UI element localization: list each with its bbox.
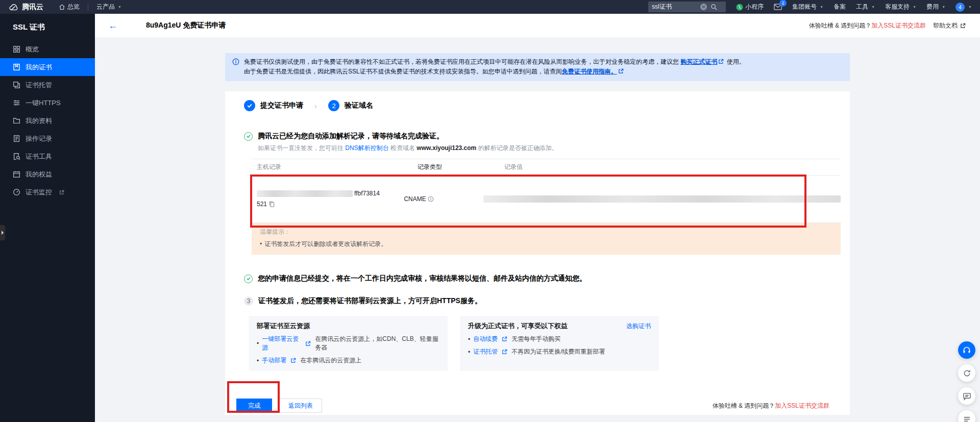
join-ssl-group-link[interactable]: 加入SSL证书交流群: [775, 402, 829, 409]
back-to-list-button[interactable]: 返回列表: [279, 399, 322, 413]
subtext: 的解析记录是否被正确添加。: [476, 144, 557, 152]
sidebar-item-one-click-https[interactable]: 一键HTTPS: [0, 94, 95, 112]
menu-group-account[interactable]: 集团账号 ▼: [792, 3, 823, 11]
sidebar-item-my-profile[interactable]: 我的资料: [0, 112, 95, 130]
step-1: 提交证书申请: [244, 100, 303, 111]
sidebar-item-overview[interactable]: 概览: [0, 40, 95, 58]
headset-icon: [962, 345, 971, 355]
step-indicator: 提交证书申请 › 2 验证域名: [225, 91, 850, 111]
search-input[interactable]: [652, 4, 700, 11]
nav-products[interactable]: 云产品 ▼: [96, 3, 121, 11]
dns-console-link[interactable]: DNS解析控制台: [345, 144, 388, 152]
sliders-icon: [13, 99, 20, 107]
bullet: •: [468, 336, 470, 343]
avatar: 4: [955, 3, 965, 12]
bullet: •: [257, 340, 259, 347]
menu-billing[interactable]: 费用 ▼: [926, 3, 945, 11]
cert-hosting-link[interactable]: 证书托管: [473, 347, 498, 356]
external-link-icon: [718, 59, 724, 64]
upgrade-item-desc: 不再因为证书更换/续费而重新部署: [511, 347, 605, 356]
nav-overview[interactable]: 总览: [59, 3, 80, 11]
help-doc-label: 帮助文档: [933, 21, 958, 30]
one-click-deploy-link[interactable]: 一键部署云资源: [262, 335, 301, 352]
buy-cert-link[interactable]: 选购证书: [626, 322, 651, 331]
manual-deploy-link[interactable]: 手动部署: [262, 356, 286, 365]
bullet: •: [260, 240, 262, 247]
join-ssl-group-link[interactable]: 加入SSL证书交流群: [871, 21, 926, 30]
step-2-label: 验证域名: [345, 101, 373, 110]
menu-label: 备案: [834, 3, 846, 11]
feedback-text: 体验吐槽 & 遇到问题？: [713, 402, 775, 409]
survey-button[interactable]: [958, 410, 975, 422]
docs-button[interactable]: [958, 387, 975, 405]
feedback-button[interactable]: [958, 364, 975, 382]
back-button[interactable]: ←: [108, 21, 117, 30]
host-record-line-2: 521: [257, 199, 404, 210]
subtext: 如果证书一直没签发，您可前往: [258, 144, 345, 152]
mini-program-menu[interactable]: 小程序: [736, 3, 764, 11]
external-link-icon: [502, 349, 507, 355]
floating-toolbar: [958, 341, 975, 422]
deploy-step-text: 证书签发后，您还需要将证书部署到云资源上，方可开启HTTPS服务。: [258, 296, 482, 306]
sidebar-title: SSL 证书: [0, 14, 95, 40]
copy-icon[interactable]: [269, 201, 275, 207]
free-cert-guide-link[interactable]: 免费证书使用指南。: [562, 68, 617, 75]
host-record-line-1: ffbf73814: [257, 188, 404, 199]
banner-line-1: 免费证书仅供测试使用，由于免费证书的兼容性不如正式证书，若将免费证书应用在正式项…: [244, 57, 745, 67]
document-search-icon: [13, 153, 20, 160]
sidebar: SSL 证书 概览 我的证书 证书托管 一键HTTPS: [0, 14, 95, 422]
col-header-host: 主机记录: [252, 163, 418, 171]
tencent-cloud-logo[interactable]: 腾讯云: [9, 3, 43, 12]
sidebar-item-cert-hosting[interactable]: 证书托管: [0, 76, 95, 94]
upgrade-card: 升级为正式证书，可享受以下权益 选购证书 • 自动续费 无需每年手动购买 • 证…: [460, 316, 659, 371]
menu-icp[interactable]: 备案: [834, 3, 846, 11]
help-doc-link[interactable]: 帮助文档: [933, 21, 967, 30]
verify-title: 腾讯云已经为您自动添加解析记录，请等待域名完成验证。: [258, 132, 444, 141]
sidebar-collapse-handle[interactable]: [0, 225, 5, 240]
sidebar-item-label: 证书监控: [26, 188, 52, 197]
sidebar-item-my-benefits[interactable]: 我的权益: [0, 165, 95, 183]
deploy-card: 部署证书至云资源 • 一键部署云资源 在腾讯云的云资源上，如CDN、CLB、轻量…: [249, 316, 448, 371]
divider: [88, 4, 88, 10]
sidebar-item-cert-tools[interactable]: 证书工具: [0, 147, 95, 165]
sidebar-item-label: 我的证书: [26, 63, 52, 72]
sidebar-item-label: 概览: [26, 45, 39, 54]
certificate-icon: [13, 63, 20, 71]
stack-icon: [13, 81, 20, 89]
menu-support[interactable]: 客服支持 ▼: [885, 3, 916, 11]
upgrade-item-desc: 无需每年手动购买: [511, 335, 560, 343]
host-record-suffix: ffbf73814: [354, 190, 380, 197]
account-avatar-menu[interactable]: 4 ▼: [955, 3, 972, 12]
deploy-step-row: 3 证书签发后，您还需要将证书部署到云资源上，方可开启HTTPS服务。: [244, 296, 850, 306]
auto-renew-link[interactable]: 自动续费: [473, 335, 498, 343]
page-header: ← 8u9Ag1eU 免费证书申请 体验吐槽 & 遇到问题？ 加入SSL证书交流…: [95, 14, 980, 37]
deploy-item-2: • 手动部署 在非腾讯云的云资源上: [257, 356, 439, 365]
mini-program-label: 小程序: [745, 3, 764, 11]
search-icon[interactable]: [710, 4, 717, 10]
success-check-icon: [244, 132, 253, 141]
sidebar-item-operation-log[interactable]: 操作记录: [0, 130, 95, 147]
bottom-cards: 部署证书至云资源 • 一键部署云资源 在腾讯云的云资源上，如CDN、CLB、轻量…: [249, 316, 850, 371]
buy-formal-cert-link[interactable]: 购买正式证书: [680, 58, 717, 65]
sidebar-item-label: 一键HTTPS: [26, 98, 61, 108]
sidebar-item-my-certificates[interactable]: 我的证书: [0, 58, 95, 76]
page-title: 8u9Ag1eU 免费证书申请: [146, 21, 226, 30]
col-header-type: 记录类型: [418, 163, 504, 171]
logo-text: 腾讯云: [22, 3, 43, 12]
sidebar-item-cert-monitor[interactable]: 证书监控: [0, 183, 95, 201]
document-lines-icon: [13, 135, 20, 142]
messages-menu[interactable]: 2: [774, 4, 782, 10]
redacted-record-value: [483, 195, 841, 203]
info-circle-icon[interactable]: [428, 196, 434, 202]
bullet: •: [257, 357, 259, 364]
footer-feedback: 体验吐槽 & 遇到问题？加入SSL证书交流群: [713, 402, 829, 410]
customer-service-button[interactable]: [958, 341, 975, 359]
mini-program-icon: [736, 4, 743, 11]
refresh-arrow-icon: [963, 369, 971, 378]
sidebar-item-label: 操作记录: [26, 134, 52, 143]
table-row: ffbf73814 521 CNAME: [252, 176, 841, 223]
clear-search-icon[interactable]: [700, 4, 707, 10]
external-link-icon: [618, 68, 624, 74]
done-button[interactable]: 完成: [236, 399, 272, 413]
menu-tools[interactable]: 工具 ▼: [856, 3, 875, 11]
